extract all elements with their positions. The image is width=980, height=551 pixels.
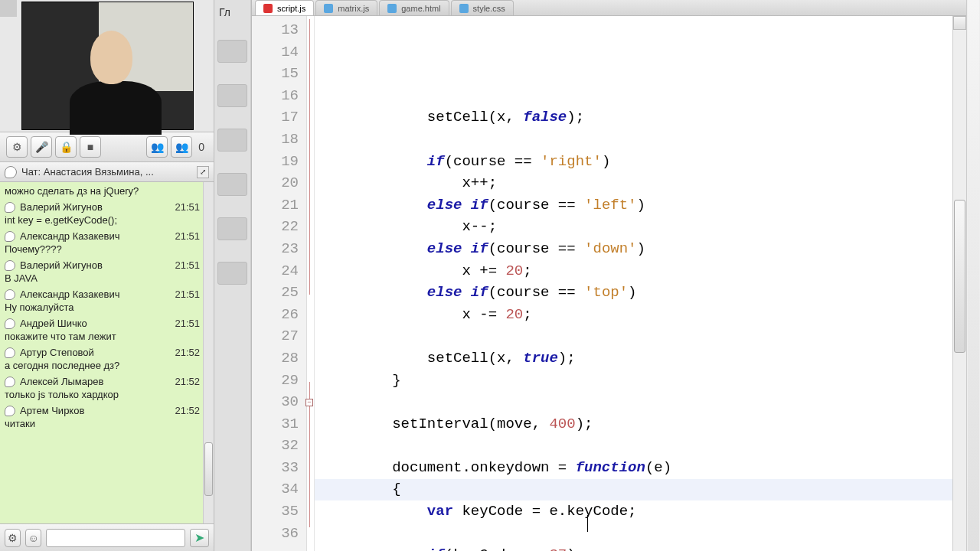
tab-style-css[interactable]: style.css (451, 0, 514, 15)
code-line[interactable]: setCell(x, true); (322, 347, 952, 370)
chat-sender: Андрей Шичко (20, 318, 175, 329)
chat-truncated-line: можно сделать дз на jQuery? (5, 184, 200, 200)
code-line[interactable]: x -= 20; (322, 304, 952, 326)
chat-text: Ну пожалуйста (5, 300, 200, 316)
gear-icon[interactable]: ⚙ (6, 136, 28, 158)
editor-scrollbar[interactable] (952, 16, 966, 551)
line-number: 24 (252, 260, 299, 282)
chat-gear-icon[interactable]: ⚙ (5, 529, 21, 547)
code-line[interactable]: x++; (322, 172, 952, 194)
chat-scrollbar[interactable] (203, 182, 214, 523)
tab-label: style.css (473, 4, 505, 13)
chat-header[interactable]: Чат: Анастасия Вязьмина, ... ⤢ (0, 162, 214, 182)
scroll-up-icon[interactable] (953, 16, 966, 30)
code-line[interactable] (322, 325, 952, 347)
middle-strip: Гл (214, 0, 251, 551)
code-line[interactable]: else if(course == 'left') (322, 194, 952, 217)
chat-bubble-icon (5, 231, 15, 242)
chat-time: 21:52 (175, 405, 200, 416)
chat-text: int key = e.getKeyCode(); (5, 213, 200, 229)
middle-block[interactable] (217, 84, 247, 107)
file-type-icon (324, 4, 333, 13)
code-line[interactable]: document.onkeydown = function(e) (322, 457, 952, 479)
tab-label: script.js (277, 4, 305, 13)
chat-messages[interactable]: можно сделать дз на jQuery? Валерий Жигу… (0, 182, 203, 523)
code-line[interactable]: } (322, 370, 952, 392)
line-number: 30 (252, 391, 299, 413)
code-line[interactable] (322, 391, 952, 413)
expand-icon[interactable]: ⤢ (197, 166, 209, 178)
code-line[interactable]: setCell(x, false); (322, 106, 952, 129)
chat-input[interactable] (46, 529, 185, 547)
line-number: 21 (252, 194, 299, 217)
chat-text: читаки (5, 416, 200, 432)
chat-bubble-icon (5, 202, 15, 213)
line-number: 25 (252, 282, 299, 304)
chat-bubble-icon (5, 347, 15, 358)
middle-block[interactable] (217, 217, 247, 240)
chat-time: 21:52 (175, 347, 200, 358)
tab-matrix-js[interactable]: matrix.js (315, 0, 377, 15)
lock-icon[interactable]: 🔒 (55, 136, 77, 158)
code-line[interactable]: var keyCode = e.keyCode; (322, 500, 952, 523)
code-line[interactable]: { (322, 478, 952, 500)
middle-label: Гл (214, 6, 250, 18)
code-line[interactable]: else if(course == 'top') (322, 282, 952, 304)
chat-text: В JAVA (5, 271, 200, 287)
line-number: 35 (252, 500, 299, 523)
chat-title: Чат: Анастасия Вязьмина, ... (21, 166, 154, 178)
chat-text: только js только хардкор (5, 387, 200, 403)
app-root: ⚙ 🎤 🔒 ■ 👥 👥 0 Чат: Анастасия Вязьмина, .… (0, 0, 980, 551)
code-line[interactable] (322, 523, 952, 545)
middle-block[interactable] (217, 40, 247, 63)
code-line[interactable]: else if(course == 'down') (322, 238, 952, 260)
chat-sender: Валерий Жигунов (20, 259, 175, 271)
outer-scrollbar[interactable] (966, 0, 980, 551)
chat-scroll-thumb[interactable] (204, 442, 213, 496)
chat-bubble-icon (5, 406, 15, 416)
tab-script-js[interactable]: script.js (255, 0, 314, 15)
emoji-icon[interactable]: ☺ (25, 529, 41, 547)
code-area[interactable]: setCell(x, false); if(course == 'right')… (315, 16, 952, 551)
line-number: 22 (252, 216, 299, 238)
line-number: 32 (252, 435, 299, 457)
chat-message: Алексей Лымарев21:52только js только хар… (5, 376, 200, 403)
raise-hand-icon[interactable]: 👥 (171, 136, 192, 158)
code-line[interactable]: if(keyCode == 37) (322, 544, 952, 551)
fold-strip[interactable]: − (307, 16, 315, 551)
chat-text: покажите что там лежит (5, 329, 200, 345)
left-panel: ⚙ 🎤 🔒 ■ 👥 👥 0 Чат: Анастасия Вязьмина, .… (0, 0, 214, 551)
fold-toggle-icon[interactable]: − (305, 399, 313, 406)
tab-label: game.html (401, 4, 440, 13)
chat-sender: Александр Казакевич (20, 230, 175, 242)
code-line[interactable]: setInterval(move, 400); (322, 413, 952, 435)
chat-bubble-icon (5, 166, 17, 178)
line-number: 13 (252, 19, 299, 41)
tab-game-html[interactable]: game.html (379, 0, 449, 15)
chat-sender: Артем Чирков (20, 405, 175, 416)
middle-block[interactable] (217, 173, 247, 196)
chat-message: Валерий Жигунов21:51В JAVA (5, 259, 200, 287)
middle-block[interactable] (217, 262, 247, 285)
line-number: 33 (252, 457, 299, 479)
participants-icon[interactable]: 👥 (146, 136, 168, 158)
line-number: 15 (252, 63, 299, 85)
code-line[interactable]: x--; (322, 216, 952, 238)
stop-icon[interactable]: ■ (80, 136, 101, 158)
chat-input-bar: ⚙ ☺ ➤ (0, 523, 214, 551)
line-number: 26 (252, 304, 299, 326)
editor-scroll-thumb[interactable] (954, 200, 965, 353)
code-line[interactable]: x += 20; (322, 260, 952, 282)
middle-block[interactable] (217, 129, 247, 152)
chat-message: Артем Чирков21:52читаки (5, 405, 200, 432)
line-gutter: 1314151617181920212223242526272829303132… (252, 16, 307, 551)
chat-message: Артур Степовой21:52а сегодня последнее д… (5, 347, 200, 374)
code-line[interactable] (322, 129, 952, 151)
send-button[interactable]: ➤ (190, 529, 209, 547)
mic-icon[interactable]: 🎤 (31, 136, 52, 158)
chat-body: можно сделать дз на jQuery? Валерий Жигу… (0, 182, 214, 523)
chat-sender: Артур Степовой (20, 347, 175, 358)
webcam-toolbar: ⚙ 🎤 🔒 ■ 👥 👥 0 (0, 132, 214, 162)
code-line[interactable] (322, 435, 952, 457)
code-line[interactable]: if(course == 'right') (322, 151, 952, 173)
